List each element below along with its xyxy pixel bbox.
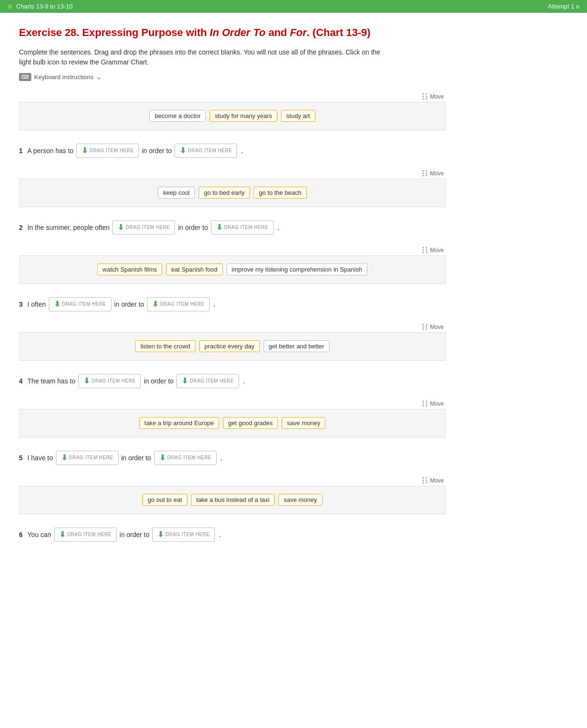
phrase-tag[interactable]: go to the beach bbox=[254, 187, 307, 199]
phrase-tag[interactable]: take a trip around Europe bbox=[139, 417, 220, 429]
phrase-tag[interactable]: get better and better bbox=[264, 340, 330, 352]
sentence-row-2: 2 In the summer, people often ⬇ DRAG ITE… bbox=[19, 215, 446, 242]
section-3: Move watch Spanish films eat Spanish foo… bbox=[19, 246, 446, 319]
top-bar-title: Charts 13-9 to 13-10 bbox=[16, 3, 73, 10]
status-indicator bbox=[8, 4, 12, 9]
keyboard-instructions-toggle[interactable]: ⌨ Keyboard instructions ⌄ bbox=[19, 73, 446, 81]
move-icon-3 bbox=[422, 247, 428, 253]
move-button-3[interactable]: Move bbox=[421, 246, 446, 255]
phrase-tag[interactable]: keep cool bbox=[158, 187, 195, 199]
sentence-row-4: 4 The team has to ⬇ DRAG ITEM HERE in or… bbox=[19, 368, 446, 396]
phrase-tag[interactable]: become a doctor bbox=[149, 110, 206, 122]
move-icon-1 bbox=[422, 93, 428, 100]
section-1: Move become a doctor study for many year… bbox=[19, 92, 446, 165]
drag-target-6b[interactable]: ⬇ DRAG ITEM HERE bbox=[152, 528, 215, 542]
phrase-bank-5: take a trip around Europe get good grade… bbox=[19, 409, 446, 437]
phrase-tag[interactable]: listen to the crowd bbox=[135, 340, 195, 352]
phrase-tag[interactable]: take a bus instead of a taxi bbox=[191, 494, 275, 506]
drag-target-1a[interactable]: ⬇ DRAG ITEM HERE bbox=[76, 144, 139, 158]
move-icon-6 bbox=[422, 477, 428, 483]
keyboard-label: Keyboard instructions bbox=[34, 73, 93, 81]
move-button-2[interactable]: Move bbox=[421, 169, 446, 178]
phrase-tag[interactable]: improve my listening comprehension in Sp… bbox=[227, 264, 367, 275]
move-icon-2 bbox=[422, 170, 428, 176]
attempt-label: Attempt 1 o bbox=[548, 3, 579, 10]
phrase-bank-1: become a doctor study for many years stu… bbox=[19, 102, 446, 130]
phrase-tag[interactable]: go out to eat bbox=[142, 494, 187, 506]
drag-target-3b[interactable]: ⬇ DRAG ITEM HERE bbox=[147, 297, 210, 311]
drag-target-2a[interactable]: ⬇ DRAG ITEM HERE bbox=[112, 220, 175, 235]
phrase-tag[interactable]: eat Spanish food bbox=[166, 264, 223, 275]
move-button-6[interactable]: Move bbox=[421, 476, 446, 485]
phrase-bank-6: go out to eat take a bus instead of a ta… bbox=[19, 486, 446, 514]
move-icon-4 bbox=[422, 324, 428, 330]
chevron-down-icon: ⌄ bbox=[96, 73, 101, 81]
sentence-row-3: 3 I often ⬇ DRAG ITEM HERE in order to ⬇… bbox=[19, 291, 446, 319]
section-4: Move listen to the crowd practice every … bbox=[19, 323, 446, 396]
drag-target-4b[interactable]: ⬇ DRAG ITEM HERE bbox=[176, 374, 239, 388]
instructions-text: Complete the sentences. Drag and drop th… bbox=[19, 47, 389, 67]
phrase-bank-2: keep cool go to bed early go to the beac… bbox=[19, 179, 446, 207]
phrase-tag[interactable]: save money bbox=[278, 494, 322, 506]
phrase-tag[interactable]: study for many years bbox=[210, 110, 277, 122]
sentence-row-6: 6 You can ⬇ DRAG ITEM HERE in order to ⬇… bbox=[19, 522, 446, 549]
phrase-tag[interactable]: study art bbox=[281, 110, 315, 122]
exercise-title: Exercise 28. Expressing Purpose with In … bbox=[19, 26, 446, 40]
drag-target-1b[interactable]: ⬇ DRAG ITEM HERE bbox=[174, 144, 237, 158]
drag-target-4a[interactable]: ⬇ DRAG ITEM HERE bbox=[78, 374, 141, 388]
move-button-4[interactable]: Move bbox=[421, 323, 446, 331]
drag-target-3a[interactable]: ⬇ DRAG ITEM HERE bbox=[49, 297, 111, 311]
drag-target-2b[interactable]: ⬇ DRAG ITEM HERE bbox=[211, 220, 274, 235]
phrase-tag[interactable]: get good grades bbox=[223, 417, 278, 429]
phrase-tag[interactable]: practice every day bbox=[199, 340, 260, 352]
section-6: Move go out to eat take a bus instead of… bbox=[19, 476, 446, 549]
keyboard-icon: ⌨ bbox=[19, 73, 31, 81]
move-button-5[interactable]: Move bbox=[421, 400, 446, 408]
drag-target-5b[interactable]: ⬇ DRAG ITEM HERE bbox=[154, 451, 217, 465]
phrase-tag[interactable]: watch Spanish films bbox=[97, 264, 162, 275]
drag-target-6a[interactable]: ⬇ DRAG ITEM HERE bbox=[54, 528, 117, 542]
phrase-tag[interactable]: go to bed early bbox=[199, 187, 250, 199]
drag-target-5a[interactable]: ⬇ DRAG ITEM HERE bbox=[56, 451, 119, 465]
section-5: Move take a trip around Europe get good … bbox=[19, 400, 446, 473]
top-bar: Charts 13-9 to 13-10 Attempt 1 o bbox=[0, 0, 587, 13]
section-2: Move keep cool go to bed early go to the… bbox=[19, 169, 446, 242]
move-button-1[interactable]: Move bbox=[421, 92, 446, 101]
sentence-row-5: 5 I have to ⬇ DRAG ITEM HERE in order to… bbox=[19, 445, 446, 473]
phrase-bank-4: listen to the crowd practice every day g… bbox=[19, 332, 446, 361]
phrase-bank-3: watch Spanish films eat Spanish food imp… bbox=[19, 255, 446, 284]
sentence-row-1: 1 A person has to ⬇ DRAG ITEM HERE in or… bbox=[19, 138, 446, 165]
move-icon-5 bbox=[422, 400, 428, 407]
phrase-tag[interactable]: save money bbox=[282, 417, 325, 429]
